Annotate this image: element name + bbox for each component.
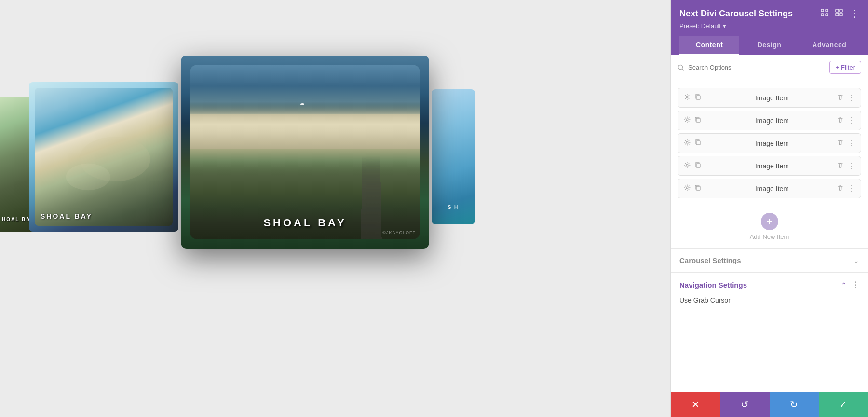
item-label-4: Image Item	[707, 162, 837, 170]
item-more-icon[interactable]: ⋮	[847, 93, 855, 102]
item-right-icons: ⋮	[837, 184, 855, 193]
navigation-settings-title: Navigation Settings	[679, 281, 747, 289]
item-clone-icon[interactable]	[694, 162, 701, 170]
panel-title: Next Divi Carousel Settings	[679, 9, 793, 19]
item-clone-icon[interactable]	[694, 116, 701, 125]
svg-rect-5	[826, 14, 828, 16]
item-clone-icon[interactable]	[694, 94, 701, 102]
item-row[interactable]: Image Item ⋮	[678, 111, 861, 130]
collapsible-right: ⌄	[854, 257, 859, 264]
tab-content[interactable]: Content	[679, 36, 739, 55]
tab-advanced[interactable]: Advanced	[800, 36, 859, 55]
navigation-settings-section: Navigation Settings ⌃ ⋮ Use Grab Cursor	[671, 272, 868, 308]
item-left-icons	[684, 184, 701, 193]
item-settings-icon[interactable]	[684, 184, 691, 193]
add-new-item-button[interactable]: + Add New Item	[671, 205, 868, 248]
item-left-icons	[684, 116, 701, 125]
settings-panel: Next Divi Carousel Settings	[670, 0, 868, 417]
search-bar: + Filter	[671, 55, 868, 80]
filter-button[interactable]: + Filter	[829, 61, 861, 74]
redo-button[interactable]: ↻	[770, 392, 819, 417]
item-delete-icon[interactable]	[837, 94, 843, 102]
items-list: Image Item ⋮	[671, 84, 868, 205]
carousel-container: HOAL BAY SHOAL BAY	[0, 0, 670, 417]
item-row[interactable]: Image Item ⋮	[678, 133, 861, 153]
item-more-icon[interactable]: ⋮	[847, 116, 855, 125]
use-grab-cursor-label: Use Grab Cursor	[679, 290, 859, 304]
item-label-1: Image Item	[707, 94, 837, 102]
undo-button[interactable]: ↺	[720, 392, 769, 417]
search-icon	[678, 64, 684, 71]
cancel-button[interactable]: ✕	[671, 392, 720, 417]
carousel-settings-header[interactable]: Carousel Settings ⌄	[679, 256, 859, 264]
canvas-area: HOAL BAY SHOAL BAY	[0, 0, 670, 417]
item-label-5: Image Item	[707, 185, 837, 193]
item-right-icons: ⋮	[837, 161, 855, 170]
slide-label-center: SHOAL BAY	[263, 217, 346, 229]
search-input[interactable]	[688, 64, 826, 71]
carousel-slide-center[interactable]: SHOAL BAY ©JKAACLOFF	[181, 56, 429, 249]
item-label-2: Image Item	[707, 117, 837, 125]
svg-rect-4	[821, 14, 824, 16]
item-delete-icon[interactable]	[837, 139, 843, 147]
panel-preset[interactable]: Preset: Default ▾	[679, 22, 859, 29]
item-delete-icon[interactable]	[837, 117, 843, 125]
item-clone-icon[interactable]	[694, 184, 701, 193]
item-row[interactable]: Image Item ⋮	[678, 88, 861, 108]
svg-point-16	[686, 141, 688, 143]
svg-rect-21	[696, 186, 700, 190]
svg-point-20	[686, 187, 688, 189]
carousel-settings-section: Carousel Settings ⌄	[671, 248, 868, 272]
panel-tabs: Content Design Advanced	[679, 36, 859, 55]
svg-rect-13	[696, 96, 700, 99]
carousel-settings-title: Carousel Settings	[679, 256, 741, 264]
chevron-up-icon[interactable]: ⌃	[841, 281, 847, 289]
svg-point-18	[686, 164, 688, 166]
navigation-settings-header[interactable]: Navigation Settings ⌃ ⋮	[679, 280, 859, 290]
svg-rect-9	[840, 13, 842, 16]
item-settings-icon[interactable]	[684, 162, 691, 170]
slide-label-left: SHOAL BAY	[41, 212, 93, 220]
add-circle-icon[interactable]: +	[761, 213, 778, 230]
tab-design[interactable]: Design	[739, 36, 799, 55]
item-row[interactable]: Image Item ⋮	[678, 179, 861, 198]
navigation-collapsible-right: ⌃ ⋮	[841, 280, 859, 290]
carousel-slide-left[interactable]: SHOAL BAY	[29, 82, 178, 232]
panel-header-top: Next Divi Carousel Settings	[679, 8, 859, 19]
item-more-icon[interactable]: ⋮	[847, 139, 855, 148]
svg-rect-15	[696, 118, 700, 122]
item-left-icons	[684, 94, 701, 102]
svg-rect-3	[826, 9, 828, 12]
item-delete-icon[interactable]	[837, 185, 843, 193]
svg-rect-17	[696, 141, 700, 145]
item-right-icons: ⋮	[837, 116, 855, 125]
chevron-down-icon[interactable]: ⌄	[854, 257, 859, 264]
item-clone-icon[interactable]	[694, 139, 701, 147]
svg-rect-2	[821, 9, 824, 12]
svg-point-1	[66, 164, 110, 190]
more-options-icon[interactable]: ⋮	[850, 8, 859, 19]
add-new-label: Add New Item	[750, 233, 789, 240]
navigation-more-icon[interactable]: ⋮	[852, 280, 859, 290]
svg-rect-7	[840, 9, 842, 12]
item-settings-icon[interactable]	[684, 139, 691, 147]
panel-footer: ✕ ↺ ↻ ✓	[671, 392, 868, 417]
item-delete-icon[interactable]	[837, 162, 843, 170]
item-more-icon[interactable]: ⋮	[847, 161, 855, 170]
item-more-icon[interactable]: ⋮	[847, 184, 855, 193]
item-label-3: Image Item	[707, 139, 837, 147]
item-left-icons	[684, 162, 701, 170]
item-right-icons: ⋮	[837, 139, 855, 148]
panel-header-icons: ⋮	[821, 8, 859, 19]
grid-icon[interactable]	[835, 9, 843, 18]
svg-point-14	[686, 119, 688, 121]
svg-rect-6	[836, 9, 839, 12]
carousel-slide-right[interactable]: S H	[432, 89, 475, 224]
item-settings-icon[interactable]	[684, 116, 691, 125]
panel-header: Next Divi Carousel Settings	[671, 0, 868, 55]
fullscreen-icon[interactable]	[821, 9, 828, 18]
item-row[interactable]: Image Item ⋮	[678, 156, 861, 176]
item-settings-icon[interactable]	[684, 94, 691, 102]
item-left-icons	[684, 139, 701, 147]
save-button[interactable]: ✓	[819, 392, 868, 417]
